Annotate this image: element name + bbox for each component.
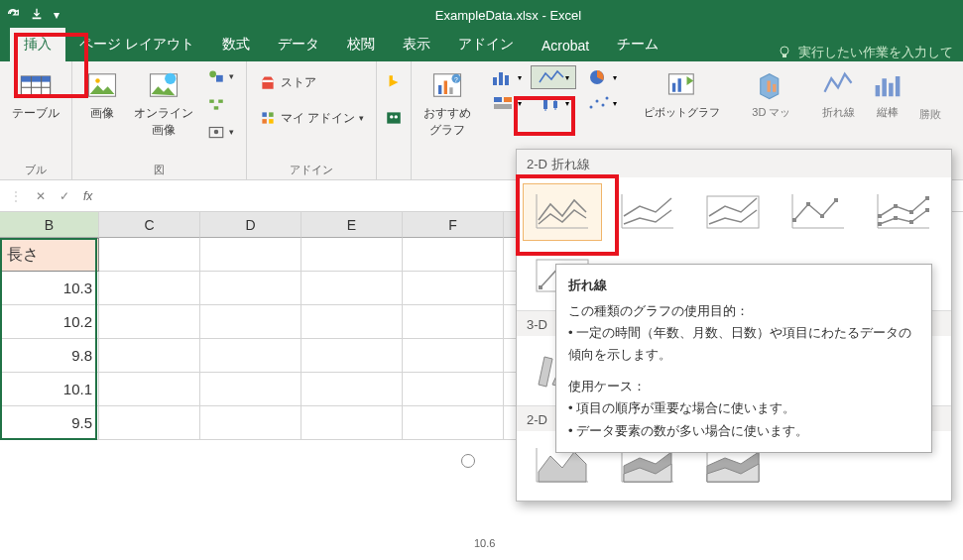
group-label-illustrations: 図 bbox=[154, 161, 165, 177]
svg-rect-37 bbox=[494, 97, 502, 102]
svg-point-25 bbox=[390, 115, 393, 118]
sparkline-winloss-button[interactable]: 勝敗 bbox=[917, 65, 943, 124]
screenshot-button[interactable]: ▾ bbox=[205, 121, 236, 143]
svg-rect-75 bbox=[894, 216, 898, 220]
ribbon-group-addins: ストア マイ アドイン ▾ アドイン bbox=[247, 61, 377, 179]
tab-review[interactable]: 校閲 bbox=[333, 28, 389, 61]
svg-rect-33 bbox=[493, 77, 497, 85]
smartart-icon bbox=[207, 95, 225, 113]
table-icon bbox=[18, 67, 54, 103]
svg-point-47 bbox=[606, 97, 609, 100]
shapes-button[interactable]: ▾ bbox=[205, 65, 236, 87]
column-chart-button[interactable]: ▾ bbox=[483, 65, 529, 89]
col-header-b[interactable]: B bbox=[0, 212, 99, 238]
people-graph-button[interactable] bbox=[383, 107, 405, 129]
online-pictures-button[interactable]: オンライン 画像 bbox=[132, 65, 195, 141]
cell-b-header[interactable]: 長さ bbox=[0, 238, 99, 272]
title-bar: ▾ ExampleData.xlsx - Excel bbox=[0, 0, 963, 30]
svg-point-46 bbox=[602, 104, 605, 107]
svg-rect-14 bbox=[209, 100, 214, 103]
svg-rect-21 bbox=[269, 112, 274, 117]
3d-map-icon bbox=[754, 67, 789, 103]
col-header-f[interactable]: F bbox=[403, 212, 504, 238]
cell-data[interactable]: 10.3 bbox=[0, 272, 99, 305]
svg-point-45 bbox=[596, 100, 599, 103]
svg-rect-4 bbox=[21, 76, 50, 82]
chart-resize-handle[interactable] bbox=[461, 454, 475, 468]
100-stacked-line-thumb[interactable] bbox=[693, 183, 773, 241]
svg-rect-2 bbox=[782, 55, 786, 57]
svg-rect-22 bbox=[262, 119, 267, 124]
line-chart-thumb[interactable] bbox=[523, 183, 602, 241]
tab-formulas[interactable]: 数式 bbox=[208, 28, 264, 61]
statistic-chart-button[interactable]: ▾ bbox=[531, 91, 576, 115]
table-button[interactable]: テーブル bbox=[10, 65, 61, 124]
pivot-chart-button[interactable]: ピボットグラフ bbox=[642, 65, 722, 122]
recommended-charts-button[interactable]: ? おすすめ グラフ bbox=[421, 65, 473, 141]
svg-rect-24 bbox=[388, 112, 402, 123]
svg-rect-54 bbox=[883, 78, 888, 96]
fx-icon[interactable]: fx bbox=[83, 189, 92, 203]
section-2d-line: 2-D 折れ線 bbox=[517, 150, 951, 177]
svg-point-9 bbox=[95, 78, 100, 83]
svg-rect-38 bbox=[504, 97, 512, 102]
stacked-line-markers-thumb[interactable] bbox=[864, 183, 943, 241]
tab-addins[interactable]: アドイン bbox=[444, 28, 528, 61]
line-markers-thumb[interactable] bbox=[779, 183, 858, 241]
tab-view[interactable]: 表示 bbox=[389, 28, 444, 61]
svg-rect-79 bbox=[539, 285, 542, 289]
quick-access-toolbar: ▾ bbox=[6, 7, 60, 24]
svg-rect-19 bbox=[262, 80, 273, 82]
sparkline-column-button[interactable]: 縦棒 bbox=[868, 65, 907, 122]
svg-point-12 bbox=[209, 70, 216, 77]
stacked-line-thumb[interactable] bbox=[608, 183, 687, 241]
picture-icon bbox=[84, 67, 120, 103]
store-button[interactable]: ストア bbox=[257, 71, 366, 93]
col-header-d[interactable]: D bbox=[200, 212, 301, 238]
bing-maps-button[interactable] bbox=[383, 71, 405, 93]
online-picture-icon bbox=[146, 67, 181, 103]
col-header-e[interactable]: E bbox=[301, 212, 403, 238]
people-graph-icon bbox=[385, 109, 403, 127]
redo-icon[interactable] bbox=[6, 7, 20, 24]
col-header-c[interactable]: C bbox=[99, 212, 200, 238]
ribbon-tabs: 挿入 ページ レイアウト 数式 データ 校閲 表示 アドイン Acrobat チ… bbox=[0, 30, 963, 61]
cell-data[interactable]: 10.2 bbox=[0, 305, 99, 339]
svg-rect-64 bbox=[792, 218, 796, 222]
hierarchy-chart-button[interactable]: ▾ bbox=[483, 91, 529, 115]
tell-me-search[interactable]: 実行したい作業を入力して bbox=[767, 44, 963, 61]
my-addins-button[interactable]: マイ アドイン ▾ bbox=[257, 107, 366, 129]
tab-data[interactable]: データ bbox=[264, 28, 333, 61]
touch-mode-icon[interactable] bbox=[30, 7, 44, 24]
cell-data[interactable]: 9.5 bbox=[0, 406, 99, 440]
recommended-charts-icon: ? bbox=[429, 67, 465, 103]
svg-point-44 bbox=[590, 106, 593, 109]
pie-chart-button[interactable]: ▾ bbox=[578, 65, 624, 89]
group-label-tables: ブル bbox=[25, 161, 47, 177]
pictures-button[interactable]: 画像 bbox=[82, 65, 122, 124]
svg-point-1 bbox=[781, 47, 788, 55]
scatter-chart-button[interactable]: ▾ bbox=[578, 91, 624, 115]
tab-acrobat[interactable]: Acrobat bbox=[528, 30, 603, 61]
accept-formula-icon[interactable]: ✓ bbox=[60, 189, 69, 203]
tab-insert[interactable]: 挿入 bbox=[10, 28, 65, 61]
svg-rect-71 bbox=[894, 204, 898, 208]
svg-rect-67 bbox=[834, 198, 838, 202]
tab-team[interactable]: チーム bbox=[603, 28, 672, 61]
tell-me-placeholder: 実行したい作業を入力して bbox=[798, 44, 953, 61]
sparkline-line-icon bbox=[820, 67, 856, 103]
cell-data[interactable]: 10.1 bbox=[0, 373, 99, 406]
cell-data[interactable]: 9.8 bbox=[0, 339, 99, 373]
window-title: ExampleData.xlsx - Excel bbox=[60, 8, 957, 23]
ribbon-group-bing bbox=[377, 61, 412, 179]
svg-rect-52 bbox=[773, 84, 776, 92]
sparkline-line-button[interactable]: 折れ線 bbox=[818, 65, 858, 122]
svg-rect-15 bbox=[218, 100, 223, 103]
group-label-addins: アドイン bbox=[290, 161, 333, 177]
line-chart-button[interactable]: ▾ bbox=[531, 65, 576, 89]
smartart-button[interactable] bbox=[205, 93, 236, 115]
tab-page-layout[interactable]: ページ レイアウト bbox=[65, 28, 208, 61]
cancel-formula-icon[interactable]: ✕ bbox=[36, 189, 46, 203]
svg-rect-35 bbox=[505, 75, 509, 85]
3d-map-button[interactable]: 3D マッ bbox=[750, 65, 792, 122]
